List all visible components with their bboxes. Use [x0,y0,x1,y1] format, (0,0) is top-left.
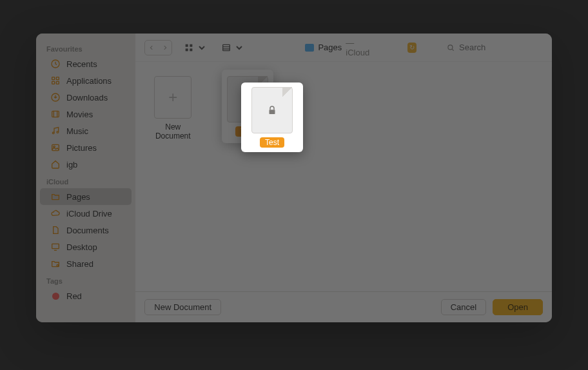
svg-rect-1 [52,77,55,80]
folder-icon [50,191,61,202]
grid-view-icon [184,43,194,53]
list-icon [221,43,231,53]
svg-rect-15 [186,48,188,51]
nav-buttons [144,40,172,55]
svg-rect-6 [52,111,59,117]
view-mode-button[interactable] [181,41,210,55]
house-icon [50,159,61,170]
back-button[interactable] [145,41,158,55]
new-document-button[interactable]: New Document [144,299,221,315]
sidebar-item-label: Documents [66,226,109,235]
sidebar-item-label: Desktop [66,242,97,252]
film-icon [50,109,61,119]
open-dialog: Favourites Recents Applications Download… [36,34,552,322]
sidebar-item-pages[interactable]: Pages [40,188,132,205]
chevron-down-icon [234,43,244,53]
sidebar: Favourites Recents Applications Download… [36,34,135,322]
sidebar-item-label: Shared [66,259,93,269]
file-label: Test [235,126,260,137]
section-favourites: Favourites [36,40,135,55]
sidebar-item-label: Applications [66,76,112,86]
sync-badge-icon: ↻ [407,43,416,53]
search-icon [446,43,455,52]
footer: New Document Cancel Open [135,291,552,322]
music-icon [50,126,61,136]
sidebar-item-home[interactable]: igb [40,156,132,173]
new-document-tile[interactable]: + New Document [147,76,199,141]
location-sub: — iCloud [346,38,377,57]
svg-rect-11 [52,244,59,248]
download-icon [50,92,61,102]
sidebar-item-label: iCloud Drive [66,209,112,219]
search-input[interactable] [459,43,530,52]
sidebar-item-label: Pages [66,192,90,202]
svg-point-12 [57,264,59,266]
svg-point-7 [52,132,54,134]
svg-rect-17 [223,44,230,50]
svg-point-8 [57,131,59,133]
sidebar-item-documents[interactable]: Documents [40,222,132,239]
plus-icon: + [154,76,191,119]
grid-icon [50,75,61,86]
file-tile-test[interactable]: Test [222,70,273,143]
sidebar-item-applications[interactable]: Applications [40,72,132,89]
sidebar-item-label: Downloads [66,93,108,102]
sidebar-item-tag-red[interactable]: Red [40,287,132,304]
svg-rect-14 [190,44,192,46]
desktop-icon [50,242,61,252]
open-button[interactable]: Open [493,299,543,315]
chevron-down-icon [197,43,207,53]
sidebar-item-recents[interactable]: Recents [40,55,132,72]
cloud-icon [50,208,61,219]
sidebar-item-movies[interactable]: Movies [40,106,132,122]
lock-icon [242,93,253,105]
sidebar-item-downloads[interactable]: Downloads [40,89,132,106]
cancel-button[interactable]: Cancel [441,299,486,315]
svg-point-18 [448,44,453,49]
group-button[interactable] [219,41,247,55]
section-tags: Tags [36,272,135,287]
svg-rect-19 [245,99,251,103]
clock-icon [50,59,61,69]
sidebar-item-label: Red [66,291,82,301]
file-grid: + New Document Test [135,62,552,291]
location-popup[interactable]: Pages — iCloud ↻ [301,36,422,59]
forward-button[interactable] [159,41,172,55]
tag-dot-icon [50,291,61,301]
sidebar-item-label: Pictures [66,143,97,153]
section-icloud: iCloud [36,173,135,188]
locked-doc-icon [227,76,268,122]
sidebar-item-icloud-drive[interactable]: iCloud Drive [40,205,132,222]
sidebar-item-label: Recents [66,59,97,69]
main-pane: Pages — iCloud ↻ + New Document Test [135,34,552,322]
sidebar-item-label: Music [66,126,88,136]
svg-rect-13 [186,44,188,46]
sidebar-item-label: igb [66,160,77,170]
svg-rect-3 [52,81,55,84]
file-label: New Document [147,122,199,141]
svg-rect-9 [52,144,59,150]
doc-icon [50,225,61,235]
sidebar-item-label: Movies [66,110,93,119]
sidebar-item-desktop[interactable]: Desktop [40,239,132,255]
photo-icon [50,142,61,153]
svg-rect-2 [56,77,59,80]
search-field[interactable] [446,43,543,52]
toolbar: Pages — iCloud ↻ [135,34,552,62]
svg-rect-4 [56,81,59,84]
svg-rect-16 [190,48,192,51]
sidebar-item-shared[interactable]: Shared [40,255,132,272]
shared-icon [50,258,61,269]
sidebar-item-music[interactable]: Music [40,122,132,139]
sidebar-item-pictures[interactable]: Pictures [40,139,132,156]
location-main: Pages [318,43,342,52]
folder-icon [305,44,314,52]
